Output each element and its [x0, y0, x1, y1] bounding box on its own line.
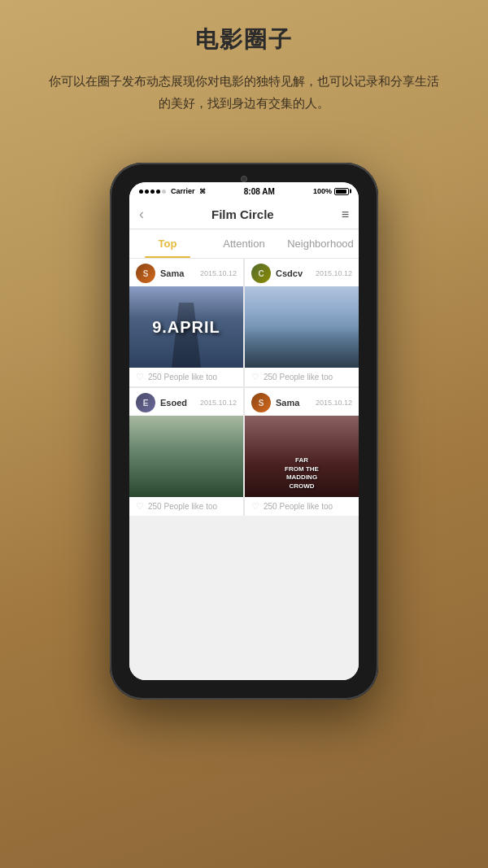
post-date-4: 2015.10.12	[316, 399, 352, 407]
battery-label: 100%	[313, 187, 332, 195]
tabs-bar: Top Attention Neighborhood	[129, 229, 359, 259]
post-username-2: Csdcv	[276, 268, 311, 278]
nav-title: Film Circle	[211, 207, 274, 221]
status-left: Carrier ⌘	[139, 187, 206, 195]
post-header-4: S Sama 2015.10.12	[245, 388, 359, 416]
bg-desc: 你可以在圈子发布动态展现你对电影的独特见解，也可以记录和分享生活的美好，找到身边…	[0, 70, 488, 114]
poster-far: FARFROM THEMADDINGCROWD	[245, 416, 359, 497]
background-text-area: 电影圈子 你可以在圈子发布动态展现你对电影的独特见解，也可以记录和分享生活的美好…	[0, 24, 488, 114]
status-time: 8:08 AM	[244, 187, 275, 196]
posts-grid: S Sama 2015.10.12 9.APRIL ♡	[129, 259, 359, 516]
carrier-label: Carrier	[171, 187, 195, 195]
post-date-1: 2015.10.12	[200, 269, 237, 277]
signal-dot-1	[139, 190, 143, 194]
tab-top[interactable]: Top	[129, 229, 206, 258]
post-image-3	[129, 416, 243, 497]
tab-neighborhood[interactable]: Neighborhood	[282, 229, 359, 258]
post-image-2	[245, 286, 359, 368]
menu-button[interactable]: ≡	[342, 207, 349, 222]
heart-icon-3[interactable]: ♡	[136, 501, 144, 512]
post-header-2: C Csdcv 2015.10.12	[245, 259, 359, 286]
signal-dot-2	[145, 190, 149, 194]
phone-screen: Carrier ⌘ 8:08 AM 100% ‹ Film Circle ≡	[129, 182, 359, 680]
post-image-1: 9.APRIL	[129, 286, 243, 368]
signal-dot-3	[150, 190, 155, 194]
post-username-3: Esoed	[160, 398, 195, 408]
post-header-3: E Esoed 2015.10.12	[129, 388, 243, 416]
like-text-4: 250 People like too	[264, 502, 333, 511]
poster-veil	[129, 416, 243, 497]
status-right: 100%	[313, 187, 349, 195]
phone-camera	[241, 176, 247, 182]
like-text-3: 250 People like too	[148, 502, 217, 511]
post-footer-1: ♡ 250 People like too	[129, 368, 243, 386]
post-card-1[interactable]: S Sama 2015.10.12 9.APRIL ♡	[129, 259, 243, 386]
poster-far-text: FARFROM THEMADDINGCROWD	[285, 456, 319, 491]
signal-dot-5	[162, 190, 166, 194]
post-date-3: 2015.10.12	[200, 399, 237, 407]
heart-icon-1[interactable]: ♡	[136, 372, 144, 382]
post-image-4: FARFROM THEMADDINGCROWD	[245, 416, 359, 497]
post-username-4: Sama	[276, 398, 311, 408]
phone-shell: Carrier ⌘ 8:08 AM 100% ‹ Film Circle ≡	[110, 163, 378, 700]
avatar-2: C	[251, 264, 271, 283]
bg-title: 电影圈子	[0, 24, 488, 55]
post-footer-3: ♡ 250 People like too	[129, 497, 243, 516]
post-card-4[interactable]: S Sama 2015.10.12 FARFROM THEMADDINGCROW…	[245, 388, 359, 516]
post-header-1: S Sama 2015.10.12	[129, 259, 243, 286]
post-footer-2: ♡ 250 People like too	[245, 368, 359, 386]
post-footer-4: ♡ 250 People like too	[245, 497, 359, 516]
signal-dot-4	[156, 190, 160, 194]
like-text-1: 250 People like too	[148, 373, 217, 382]
phone-inner: Carrier ⌘ 8:08 AM 100% ‹ Film Circle ≡	[118, 171, 370, 691]
post-date-2: 2015.10.12	[316, 269, 352, 277]
post-username-1: Sama	[160, 268, 195, 278]
tab-attention[interactable]: Attention	[206, 229, 282, 258]
avatar-1: S	[136, 264, 155, 283]
poster-snow	[245, 286, 359, 368]
poster-april: 9.APRIL	[129, 286, 243, 368]
nav-bar: ‹ Film Circle ≡	[129, 200, 359, 229]
status-bar: Carrier ⌘ 8:08 AM 100%	[129, 182, 359, 200]
heart-icon-2[interactable]: ♡	[251, 372, 259, 382]
like-text-2: 250 People like too	[264, 373, 333, 382]
battery-icon	[334, 188, 349, 195]
avatar-3: E	[136, 393, 155, 412]
poster-april-text: 9.APRIL	[152, 318, 220, 337]
battery-fill	[336, 190, 346, 194]
back-button[interactable]: ‹	[139, 206, 144, 223]
post-card-3[interactable]: E Esoed 2015.10.12 ♡ 250 People like too	[129, 388, 243, 516]
content-area[interactable]: S Sama 2015.10.12 9.APRIL ♡	[129, 259, 359, 680]
heart-icon-4[interactable]: ♡	[251, 501, 259, 512]
avatar-4: S	[251, 393, 271, 412]
wifi-icon: ⌘	[199, 188, 206, 195]
poster-snow-overlay	[245, 327, 359, 368]
post-card-2[interactable]: C Csdcv 2015.10.12 ♡ 250 Peopl	[245, 259, 359, 386]
